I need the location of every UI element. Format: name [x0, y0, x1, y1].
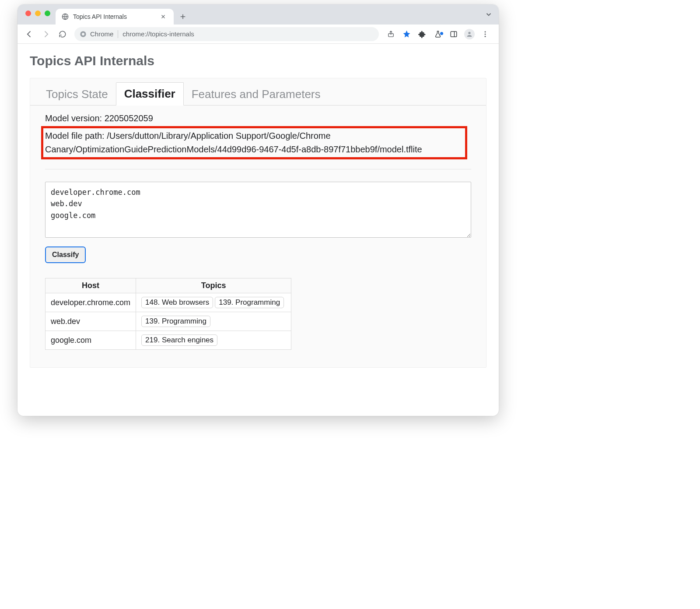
table-row: web.dev139. Programming [46, 312, 291, 331]
profile-button[interactable] [462, 27, 477, 42]
cell-topics: 139. Programming [136, 312, 291, 331]
model-version-label: Model version: [45, 113, 102, 123]
side-panel-button[interactable] [446, 27, 461, 42]
tab-classifier[interactable]: Classifier [116, 82, 184, 106]
browser-window: Topics API Internals [18, 4, 499, 416]
model-info: Model version: 2205052059 Model file pat… [45, 112, 471, 159]
col-host: Host [46, 278, 136, 293]
table-row: developer.chrome.com148. Web browsers139… [46, 293, 291, 312]
address-bar[interactable]: Chrome chrome://topics-internals [74, 27, 379, 41]
topic-chip: 219. Search engines [141, 334, 217, 346]
cell-topics: 219. Search engines [136, 331, 291, 350]
col-topics: Topics [136, 278, 291, 293]
tab-title: Topics API Internals [73, 13, 127, 20]
bookmark-star-icon[interactable] [399, 27, 414, 42]
cell-host: developer.chrome.com [46, 293, 136, 312]
reload-button[interactable] [55, 27, 70, 42]
tab-overflow-button[interactable] [485, 11, 493, 18]
cell-host: web.dev [46, 312, 136, 331]
svg-rect-4 [451, 32, 457, 37]
back-button[interactable] [22, 27, 37, 42]
minimize-window-button[interactable] [35, 11, 41, 16]
model-path-highlight: Model file path: /Users/dutton/Library/A… [41, 126, 467, 159]
svg-point-5 [468, 32, 470, 34]
page-content: Topics API Internals Topics State Classi… [18, 44, 499, 416]
table-row: google.com219. Search engines [46, 331, 291, 350]
svg-point-8 [485, 35, 486, 37]
forward-button[interactable] [38, 27, 53, 42]
classify-button[interactable]: Classify [45, 246, 86, 263]
svg-point-7 [485, 33, 486, 35]
tab-topics-state[interactable]: Topics State [38, 83, 116, 106]
chrome-logo-icon [80, 31, 87, 38]
panel-tabs: Topics State Classifier Features and Par… [30, 78, 486, 106]
new-tab-button[interactable] [176, 10, 189, 23]
svg-point-6 [485, 31, 486, 32]
globe-icon [62, 13, 69, 20]
omnibox-url: chrome://topics-internals [122, 30, 194, 38]
omnibox-divider [118, 30, 118, 38]
hosts-input[interactable] [45, 182, 471, 238]
main-panel: Topics State Classifier Features and Par… [30, 78, 486, 368]
chrome-menu-button[interactable] [478, 27, 493, 42]
model-path-label: Model file path: [45, 131, 105, 141]
maximize-window-button[interactable] [45, 11, 50, 16]
extensions-button[interactable] [415, 27, 430, 42]
window-controls [22, 4, 56, 25]
share-button[interactable] [383, 27, 398, 42]
results-table: Host Topics developer.chrome.com148. Web… [45, 278, 291, 350]
topic-chip: 139. Programming [141, 316, 210, 327]
divider [45, 169, 471, 169]
omnibox-scheme-label: Chrome [90, 30, 113, 38]
cell-topics: 148. Web browsers139. Programming [136, 293, 291, 312]
close-window-button[interactable] [25, 11, 31, 16]
tab-strip: Topics API Internals [18, 4, 499, 25]
tab-features-parameters[interactable]: Features and Parameters [184, 83, 329, 106]
model-version-value: 2205052059 [105, 113, 153, 123]
svg-point-2 [82, 33, 84, 35]
toolbar: Chrome chrome://topics-internals [18, 25, 499, 44]
browser-tab-active[interactable]: Topics API Internals [56, 9, 174, 25]
topic-chip: 148. Web browsers [141, 297, 213, 308]
close-tab-button[interactable] [159, 13, 168, 20]
labs-button[interactable] [430, 27, 445, 42]
cell-host: google.com [46, 331, 136, 350]
topic-chip: 139. Programming [215, 297, 284, 308]
page-heading: Topics API Internals [30, 53, 486, 68]
